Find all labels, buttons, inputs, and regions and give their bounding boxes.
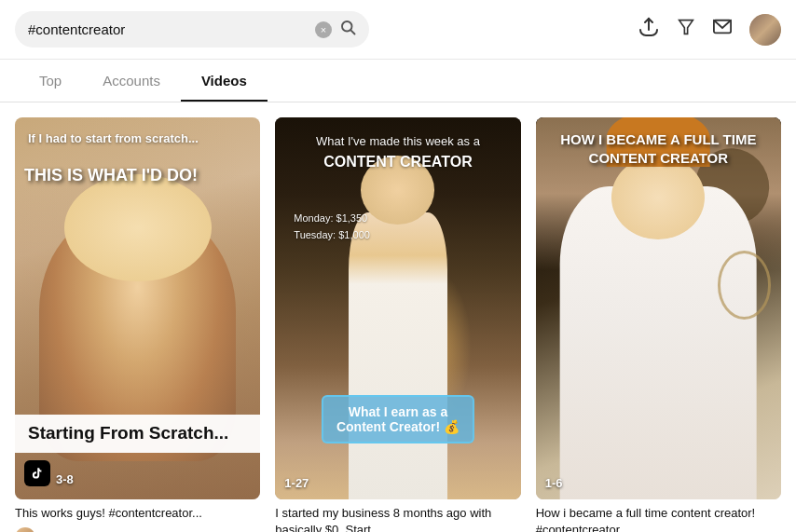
search-bar: #contentcreator ×: [15, 11, 369, 48]
filter-button[interactable]: [677, 19, 695, 40]
thumb2-top-text: What I've made this week as a CONTENT CR…: [275, 132, 520, 173]
thumb1-bottom-card: Starting From Scratch...: [15, 415, 260, 453]
svg-line-1: [350, 30, 354, 34]
thumb2-box: What I earn as aContent Creator! 💰: [322, 395, 474, 443]
video-counter-3: 1-6: [545, 476, 563, 490]
header: #contentcreator ×: [0, 0, 796, 60]
search-input[interactable]: #contentcreator: [28, 21, 308, 37]
video-meta-1: sydneyonso... ▷ 385.5K: [15, 527, 260, 532]
thumb1-big-text: THIS IS WHAT I'D DO!: [24, 166, 251, 186]
upload-button[interactable]: [638, 17, 660, 42]
video-card-3[interactable]: HOW I BECAME A FULL TIME CONTENT CREATOR…: [536, 117, 781, 532]
message-button[interactable]: [712, 18, 733, 41]
videos-grid: If I had to start from scratch... THIS I…: [0, 102, 796, 532]
channel-avatar-1: [15, 527, 35, 532]
video-counter-1: 3-8: [56, 472, 74, 486]
clear-search-button[interactable]: ×: [315, 21, 332, 38]
video-thumbnail-3: HOW I BECAME A FULL TIME CONTENT CREATOR…: [536, 117, 781, 499]
header-icons: [638, 14, 781, 46]
thumb1-top-text: If I had to start from scratch...: [28, 130, 199, 147]
search-button[interactable]: [339, 19, 356, 40]
video-thumbnail-1: If I had to start from scratch... THIS I…: [15, 117, 260, 499]
thumb2-earnings: Monday: $1,350 Tuesday: $1,000: [294, 211, 370, 243]
clear-icon: ×: [321, 24, 326, 35]
tab-top[interactable]: Top: [19, 60, 82, 102]
thumb3-top-text: HOW I BECAME A FULL TIME CONTENT CREATOR: [536, 130, 781, 167]
tiktok-badge: [24, 460, 50, 486]
avatar[interactable]: [749, 14, 781, 46]
avatar-image: [749, 14, 781, 46]
tab-videos[interactable]: Videos: [181, 60, 268, 102]
video-desc-1: This works guys! #contentcreator...: [15, 505, 260, 522]
video-thumbnail-2: What I've made this week as a CONTENT CR…: [275, 117, 520, 499]
video-desc-2: I started my business 8 months ago with …: [275, 505, 520, 532]
video-desc-3: How i became a full time content creator…: [536, 505, 781, 532]
tabs: Top Accounts Videos: [0, 60, 796, 102]
video-card-1[interactable]: If I had to start from scratch... THIS I…: [15, 117, 260, 532]
tab-accounts[interactable]: Accounts: [82, 60, 181, 102]
svg-marker-3: [679, 20, 693, 34]
video-card-2[interactable]: What I've made this week as a CONTENT CR…: [275, 117, 520, 532]
video-counter-2: 1-27: [284, 476, 309, 490]
